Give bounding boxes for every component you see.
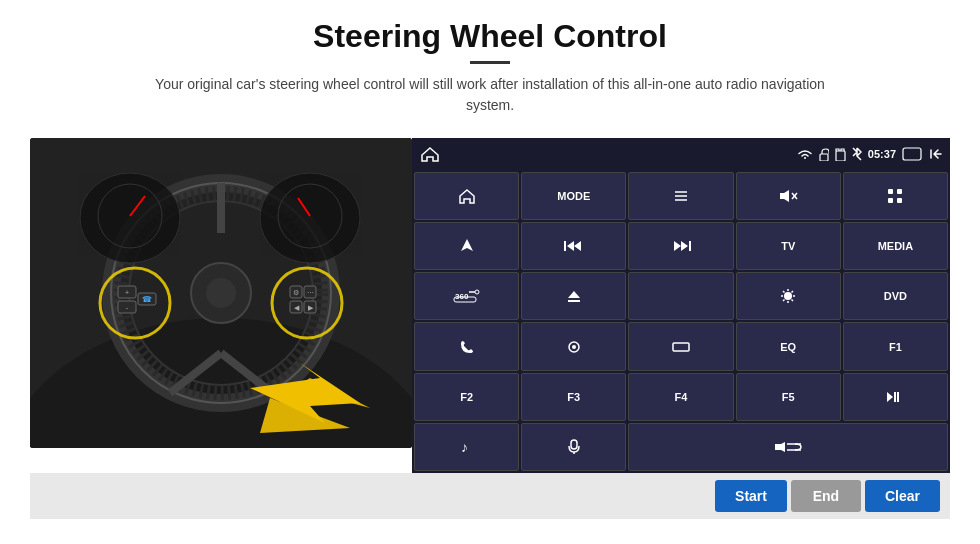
screen-icon	[902, 147, 922, 161]
svg-marker-79	[781, 442, 785, 452]
svg-marker-41	[780, 190, 789, 202]
home-status-icon	[420, 146, 440, 162]
control-panel: 05:37 MODE	[412, 138, 950, 473]
btn-mode[interactable]: MODE	[521, 172, 626, 220]
btn-list[interactable]	[628, 172, 733, 220]
subtitle-text: Your original car's steering wheel contr…	[140, 74, 840, 116]
svg-text:+: +	[125, 289, 129, 296]
lock-icon	[819, 148, 829, 161]
status-bar: 05:37	[412, 138, 950, 170]
btn-home[interactable]	[414, 172, 519, 220]
btn-phone[interactable]	[414, 322, 519, 370]
btn-scroll[interactable]	[521, 322, 626, 370]
clear-button[interactable]: Clear	[865, 480, 940, 512]
svg-point-29	[80, 173, 180, 263]
btn-display[interactable]	[628, 322, 733, 370]
btn-dvd[interactable]: DVD	[843, 272, 948, 320]
btn-f1[interactable]: F1	[843, 322, 948, 370]
btn-vol-mute[interactable]	[736, 172, 841, 220]
svg-marker-72	[887, 392, 893, 402]
bottom-bar: Start End Clear	[30, 473, 950, 519]
btn-f5[interactable]: F5	[736, 373, 841, 421]
bluetooth-icon	[852, 147, 862, 161]
btn-nav[interactable]	[414, 222, 519, 270]
svg-point-10	[206, 278, 236, 308]
svg-rect-44	[888, 189, 893, 194]
svg-marker-48	[461, 239, 473, 251]
page-title: Steering Wheel Control	[30, 18, 950, 55]
sd-icon	[835, 148, 846, 161]
svg-marker-52	[674, 241, 681, 251]
svg-text:⚙: ⚙	[293, 289, 299, 296]
btn-media[interactable]: MEDIA	[843, 222, 948, 270]
svg-rect-45	[897, 189, 902, 194]
svg-line-67	[792, 291, 794, 293]
status-icons: 05:37	[797, 147, 942, 161]
svg-point-30	[260, 173, 360, 263]
wifi-icon	[797, 148, 813, 160]
btn-f2[interactable]: F2	[414, 373, 519, 421]
btn-prev[interactable]	[521, 222, 626, 270]
btn-mic[interactable]	[521, 423, 626, 471]
svg-marker-49	[574, 241, 581, 251]
button-grid: MODE TV	[412, 170, 950, 473]
btn-radio[interactable]	[628, 272, 733, 320]
btn-vol-call[interactable]	[628, 423, 948, 471]
btn-brightness[interactable]	[736, 272, 841, 320]
steering-wheel-image: + - ☎ ⚙ ⋯ ◀ ▶	[30, 138, 412, 448]
svg-line-66	[792, 300, 794, 302]
svg-marker-78	[775, 444, 781, 450]
svg-marker-58	[568, 291, 580, 298]
start-button[interactable]: Start	[715, 480, 787, 512]
btn-next[interactable]	[628, 222, 733, 270]
btn-f4[interactable]: F4	[628, 373, 733, 421]
svg-rect-37	[903, 148, 921, 160]
svg-point-57	[475, 290, 479, 294]
svg-line-68	[783, 300, 785, 302]
svg-point-60	[784, 292, 792, 300]
svg-rect-46	[888, 198, 893, 203]
svg-marker-50	[567, 241, 574, 251]
svg-text:♪: ♪	[461, 439, 468, 455]
back-arrow-icon	[928, 147, 942, 161]
title-divider	[470, 61, 510, 64]
btn-play-pause[interactable]	[843, 373, 948, 421]
svg-rect-47	[897, 198, 902, 203]
btn-apps[interactable]	[843, 172, 948, 220]
svg-rect-36	[836, 151, 845, 161]
btn-f3[interactable]: F3	[521, 373, 626, 421]
svg-text:⋯: ⋯	[307, 289, 314, 296]
btn-eject[interactable]	[521, 272, 626, 320]
svg-point-70	[572, 345, 576, 349]
svg-rect-71	[673, 343, 689, 351]
svg-rect-76	[571, 440, 577, 449]
btn-eq[interactable]: EQ	[736, 322, 841, 370]
btn-music[interactable]: ♪	[414, 423, 519, 471]
end-button[interactable]: End	[791, 480, 861, 512]
svg-marker-53	[681, 241, 688, 251]
btn-tv[interactable]: TV	[736, 222, 841, 270]
svg-rect-59	[568, 300, 580, 302]
svg-line-65	[783, 291, 785, 293]
svg-text:☎: ☎	[142, 295, 152, 304]
btn-360[interactable]: 360	[414, 272, 519, 320]
status-time: 05:37	[868, 148, 896, 160]
svg-rect-35	[820, 154, 828, 161]
